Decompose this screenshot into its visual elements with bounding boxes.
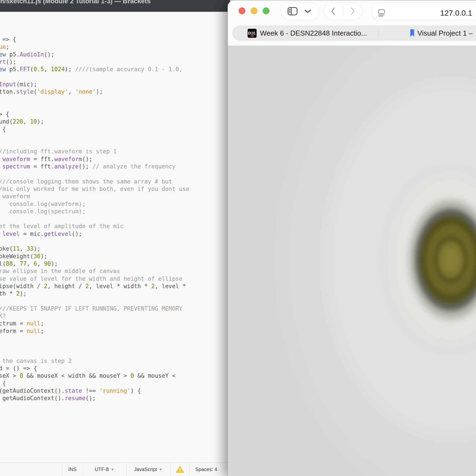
chevron-down-icon[interactable]: [304, 9, 311, 14]
encoding-selector[interactable]: UTF-8 ▼: [83, 463, 126, 476]
code-editor[interactable]: => {ue;ew p5.AudioIn();rt();ew p5.FFT(0.…: [0, 12, 230, 463]
lint-warning-button[interactable]: [170, 463, 189, 476]
brackets-window-title: in/sketch11.js (Module 2 Tutorial 1-3) —…: [0, 0, 151, 5]
bookmark-week6[interactable]: Week 6 - DESN22848 Interactio...: [260, 25, 367, 41]
forward-icon[interactable]: [350, 7, 355, 15]
zoom-button[interactable]: [263, 7, 269, 14]
brackets-status-bar: INS UTF-8 ▼ JavaScript ▼ Spaces: 4: [0, 463, 230, 476]
address-bar[interactable]: 127.0.0.1: [371, 3, 476, 20]
bookmark-visual-project[interactable]: Visual Project 1 –: [417, 25, 473, 41]
brackets-title-bar[interactable]: in/sketch11.js (Module 2 Tutorial 1-3) —…: [0, 0, 230, 12]
sidebar-pill: [281, 3, 319, 20]
code-content: => {ue;ew p5.AudioIn();rt();ew p5.FFT(0.…: [0, 36, 189, 402]
bookmark-ribbon-icon: [410, 29, 415, 37]
page-settings-icon[interactable]: [377, 9, 386, 17]
browser-viewport[interactable]: [228, 46, 476, 476]
screen: in/sketch11.js (Module 2 Tutorial 1-3) —…: [0, 0, 476, 476]
sidebar-icon[interactable]: [288, 7, 297, 15]
warning-triangle-icon: [176, 466, 184, 473]
close-button[interactable]: [239, 7, 245, 14]
nav-divider: [343, 6, 343, 17]
chevron-down-icon: ▼: [159, 468, 163, 472]
nav-pill: [324, 3, 362, 20]
safari-window: 127.0.0.1 D2L Week 6 - DESN22848 Interac…: [228, 1, 476, 476]
favorites-divider: [378, 29, 378, 38]
minimize-button[interactable]: [251, 7, 257, 14]
chevron-down-icon: ▼: [111, 468, 114, 472]
favorites-bar: D2L Week 6 - DESN22848 Interactio... Vis…: [232, 25, 476, 41]
d2l-favicon: D2L: [248, 29, 257, 38]
insert-mode-indicator[interactable]: INS: [62, 463, 83, 476]
back-icon[interactable]: [331, 7, 336, 15]
indentation-setting[interactable]: Spaces: 4: [189, 463, 234, 476]
language-selector[interactable]: JavaScript ▼: [126, 463, 170, 476]
url-text[interactable]: 127.0.0.1: [440, 9, 472, 18]
